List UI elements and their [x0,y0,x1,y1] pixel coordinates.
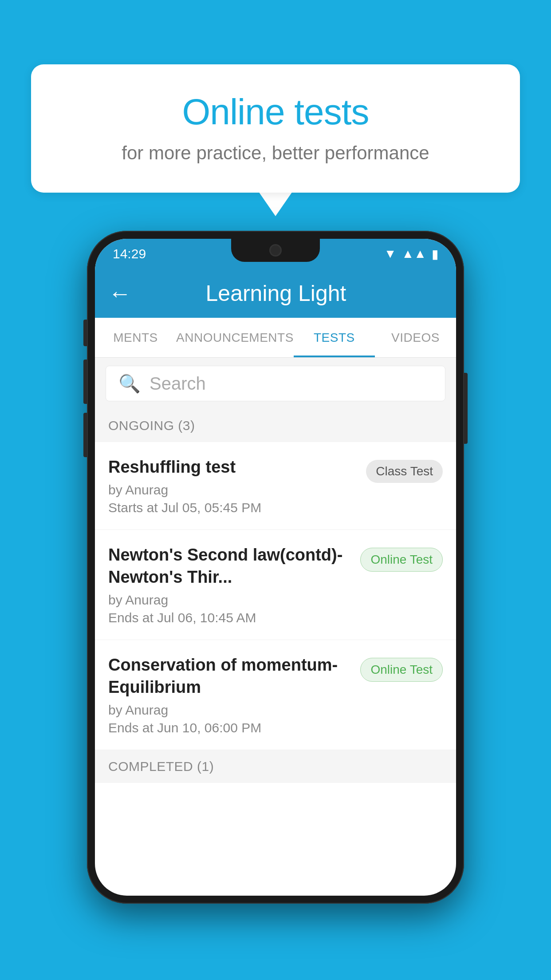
test-info-3: Conservation of momentum-Equilibrium by … [108,654,360,735]
test-list: Reshuffling test by Anurag Starts at Jul… [95,442,456,750]
status-icons: ▼ ▲▲ ▮ [384,247,438,261]
battery-icon: ▮ [432,247,438,261]
back-button[interactable]: ← [108,280,131,307]
test-item-1[interactable]: Reshuffling test by Anurag Starts at Jul… [95,442,456,530]
phone-side-button-2 [83,360,87,404]
tab-assignments[interactable]: MENTS [95,318,176,357]
phone-screen: 14:29 ▼ ▲▲ ▮ ← Learning Light MENTS ANNO… [95,239,456,896]
test-by-3: by Anurag [108,703,351,718]
test-name-1: Reshuffling test [108,456,357,478]
search-icon: 🔍 [118,373,141,394]
phone-camera [269,244,282,257]
phone-outer-frame: 14:29 ▼ ▲▲ ▮ ← Learning Light MENTS ANNO… [87,231,464,904]
phone-power-button [464,373,468,444]
speech-bubble-section: Online tests for more practice, better p… [31,64,520,216]
status-time: 14:29 [113,246,146,261]
test-info-1: Reshuffling test by Anurag Starts at Jul… [108,456,366,515]
search-container: 🔍 Search [95,358,456,409]
search-bar[interactable]: 🔍 Search [106,366,445,401]
test-item-3[interactable]: Conservation of momentum-Equilibrium by … [95,640,456,750]
speech-bubble-title: Online tests [62,91,489,133]
wifi-icon: ▼ [384,247,397,261]
tab-tests[interactable]: TESTS [294,318,375,357]
phone-side-button-3 [83,413,87,457]
test-name-3: Conservation of momentum-Equilibrium [108,654,351,698]
test-badge-3: Online Test [360,658,443,682]
search-input[interactable]: Search [150,374,206,394]
test-name-2: Newton's Second law(contd)-Newton's Thir… [108,544,351,588]
test-item-2[interactable]: Newton's Second law(contd)-Newton's Thir… [95,530,456,640]
tab-videos[interactable]: VIDEOS [375,318,456,357]
speech-bubble-arrow [259,192,292,216]
app-title: Learning Light [145,281,407,306]
ongoing-section-header: ONGOING (3) [95,409,456,442]
speech-bubble-subtitle: for more practice, better performance [62,142,489,164]
tab-bar: MENTS ANNOUNCEMENTS TESTS VIDEOS [95,318,456,358]
test-time-3: Ends at Jun 10, 06:00 PM [108,720,351,735]
phone-side-button-1 [83,320,87,346]
phone-notch [231,239,320,262]
phone-mockup: 14:29 ▼ ▲▲ ▮ ← Learning Light MENTS ANNO… [87,231,464,904]
test-time-1: Starts at Jul 05, 05:45 PM [108,500,357,515]
app-header: ← Learning Light [95,269,456,318]
test-badge-1: Class Test [366,460,443,483]
speech-bubble: Online tests for more practice, better p… [31,64,520,193]
test-time-2: Ends at Jul 06, 10:45 AM [108,610,351,625]
test-badge-2: Online Test [360,548,443,572]
tab-announcements[interactable]: ANNOUNCEMENTS [176,318,294,357]
completed-section-header: COMPLETED (1) [95,750,456,783]
test-info-2: Newton's Second law(contd)-Newton's Thir… [108,544,360,625]
test-by-1: by Anurag [108,482,357,498]
test-by-2: by Anurag [108,593,351,608]
signal-icon: ▲▲ [402,247,426,261]
